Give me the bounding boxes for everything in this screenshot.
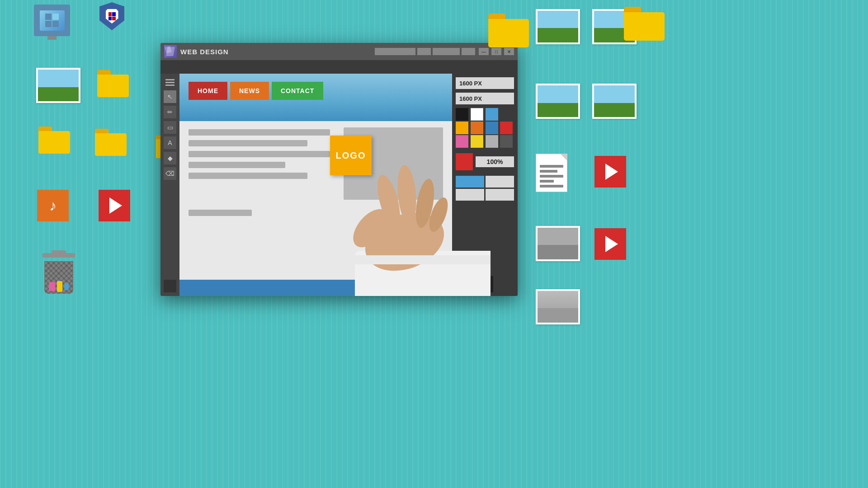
swatch-5[interactable] [471, 122, 483, 134]
eraser-tool[interactable]: ⌫ [164, 167, 176, 180]
footer-content-line [189, 210, 252, 216]
content-lines [189, 127, 337, 200]
swatch-7[interactable] [500, 122, 513, 134]
folder-left-2 [38, 127, 72, 156]
photo-card-right-4 [592, 84, 637, 119]
swatch-0[interactable] [456, 108, 468, 121]
diamond-tool[interactable]: ◆ [164, 152, 176, 164]
swatch-6[interactable] [486, 122, 498, 134]
play-desktop-icon-left [99, 190, 130, 221]
content-line-4 [189, 162, 285, 168]
zoom-label: 100% [476, 156, 514, 167]
music-desktop-icon: ♪ [37, 190, 69, 221]
zoom-area: 100% [456, 153, 514, 170]
swatch-11[interactable] [500, 135, 513, 148]
content-line-1 [189, 129, 330, 136]
photo-bottom-right-2 [536, 289, 580, 324]
photo-card-right-3 [536, 84, 580, 119]
content-line-3 [189, 151, 330, 157]
window-title: WEB DESIGN [180, 48, 375, 56]
swatch-9[interactable] [471, 135, 483, 148]
swatch-1[interactable] [471, 108, 483, 121]
pencil-tool[interactable]: ✏ [164, 106, 176, 118]
width-field[interactable]: 1600 PX [456, 77, 514, 89]
canvas-header: HOME NEWS CONTACT [179, 74, 452, 121]
close-button[interactable]: ✕ [504, 48, 514, 55]
grid-white-3[interactable] [486, 189, 514, 201]
left-tool-panel: ↖ ✏ ▭ A ◆ ⌫ [160, 74, 179, 296]
nav-home-button[interactable]: HOME [189, 82, 227, 100]
swatch-4[interactable] [456, 122, 468, 134]
icon-grid [456, 176, 514, 201]
cursor-tool[interactable]: ↖ [164, 90, 176, 103]
play-icon-right-mid [594, 156, 626, 188]
canvas-nav: HOME NEWS CONTACT [179, 74, 452, 100]
canvas-area: HOME NEWS CONTACT LOGO [179, 74, 452, 296]
logo-sticky-note[interactable]: LOGO [330, 136, 372, 175]
folder-right-large [488, 14, 529, 47]
photo-bottom-right-1 [536, 226, 580, 261]
rectangle-tool[interactable]: ▭ [164, 121, 176, 134]
right-panel: 1600 PX 1600 PX 100% [452, 74, 518, 296]
play-icon-bottom-right [594, 228, 626, 260]
grid-blue[interactable] [456, 176, 484, 188]
window-controls: — □ ✕ [479, 48, 514, 55]
text-tool[interactable]: A [164, 136, 176, 149]
layer-tool[interactable] [164, 280, 176, 292]
menu-icon[interactable] [164, 77, 176, 88]
content-line-2 [189, 140, 307, 146]
doc-lines-icon [536, 154, 567, 192]
color-palette [456, 108, 514, 148]
monitor-desktop-icon [34, 5, 70, 36]
app-window: WEB DESIGN — □ ✕ ↖ ✏ ▭ A ◆ ⌫ 1600 [160, 43, 518, 296]
swatch-10[interactable] [486, 135, 498, 148]
trash-can-icon [41, 253, 77, 294]
nav-news-button[interactable]: NEWS [230, 82, 269, 100]
photo-card-right-1 [536, 9, 580, 44]
minimize-button[interactable]: — [479, 48, 489, 55]
content-line-5 [189, 173, 307, 179]
sidebar-placeholder: LOGO [344, 127, 443, 200]
swatch-2[interactable] [486, 108, 498, 121]
title-bar: WEB DESIGN — □ ✕ [160, 43, 518, 60]
shield-desktop-icon [99, 2, 124, 30]
red-swatch-large[interactable] [456, 153, 473, 170]
grid-white-1[interactable] [486, 176, 514, 188]
bottom-square [477, 276, 493, 292]
folder-left-1 [97, 70, 129, 97]
swatch-8[interactable] [456, 135, 468, 148]
height-field[interactable]: 1600 PX [456, 93, 514, 104]
canvas-footer-bar [179, 280, 452, 296]
maximize-button[interactable]: □ [491, 48, 501, 55]
grid-white-2[interactable] [456, 189, 484, 201]
canvas-body: LOGO [179, 121, 452, 206]
photo-card-left-1 [36, 68, 80, 103]
folder-right-2 [624, 7, 665, 41]
swatch-3[interactable] [500, 108, 513, 121]
nav-contact-button[interactable]: CONTACT [272, 82, 323, 100]
app-icon [164, 45, 177, 58]
folder-left-3 [95, 129, 129, 158]
